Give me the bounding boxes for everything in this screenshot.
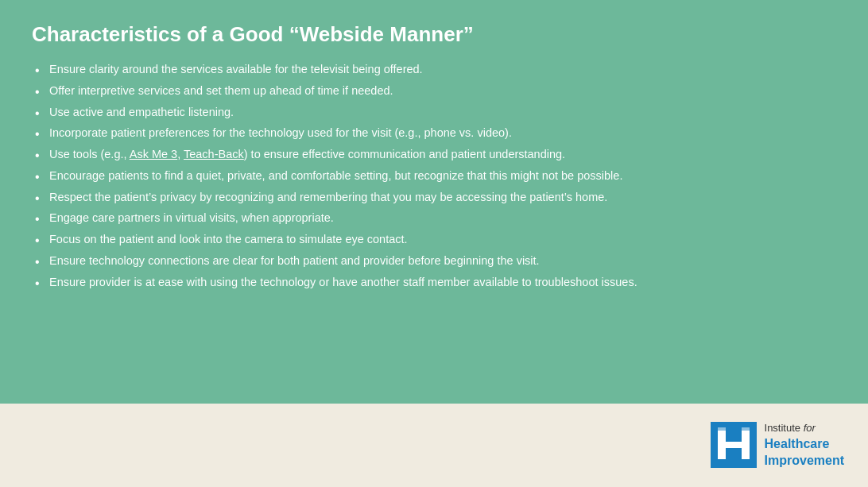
- svg-rect-3: [718, 427, 726, 432]
- ihi-healthcare: Healthcare: [765, 437, 830, 450]
- green-section: Characteristics of a Good “Webside Manne…: [0, 0, 868, 404]
- list-item: Focus on the patient and look into the c…: [32, 231, 836, 249]
- list-item: Encourage patients to find a quiet, priv…: [32, 168, 836, 185]
- teach-back-link[interactable]: Teach-Back: [184, 148, 244, 160]
- ihi-institute: Institute for: [765, 422, 816, 434]
- list-item-links: Use tools (e.g., Ask Me 3, Teach-Back) t…: [32, 146, 836, 164]
- list-item: Ensure clarity around the services avail…: [32, 61, 836, 79]
- list-item: Offer interpretive services and set them…: [32, 83, 836, 100]
- page-title: Characteristics of a Good “Webside Manne…: [32, 22, 836, 47]
- ihi-icon: [711, 422, 757, 468]
- list-item: Incorporate patient preferences for the …: [32, 125, 836, 142]
- list-item: Respect the patient’s privacy by recogni…: [32, 189, 836, 207]
- list-item: Engage care partners in virtual visits, …: [32, 210, 836, 227]
- list-item: Use active and empathetic listening.: [32, 104, 836, 122]
- bullet-list: Ensure clarity around the services avail…: [32, 61, 836, 291]
- list-item: Ensure provider is at ease with using th…: [32, 274, 836, 292]
- svg-rect-2: [718, 442, 750, 448]
- svg-rect-4: [742, 427, 750, 432]
- ask-me-3-link[interactable]: Ask Me 3: [130, 148, 177, 160]
- ihi-label-text: Institute for Healthcare Improvement: [765, 421, 844, 470]
- ihi-improvement: Improvement: [765, 454, 844, 467]
- ihi-logo: Institute for Healthcare Improvement: [711, 421, 844, 470]
- beige-section: Institute for Healthcare Improvement: [0, 404, 868, 487]
- main-container: Characteristics of a Good “Webside Manne…: [0, 0, 868, 487]
- ihi-icon-svg: [713, 424, 754, 466]
- list-item: Ensure technology connections are clear …: [32, 253, 836, 270]
